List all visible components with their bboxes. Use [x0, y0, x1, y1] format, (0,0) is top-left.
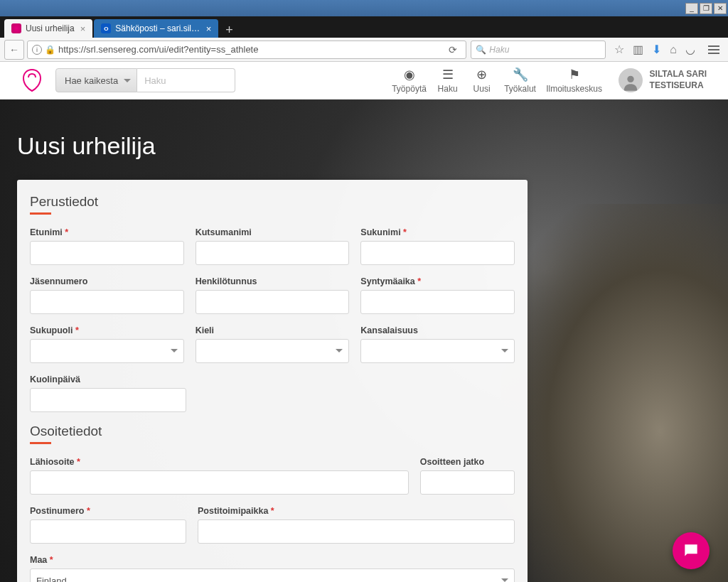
chevron-down-icon	[501, 578, 508, 582]
label-lahiosoite: Lähiosoite *	[30, 457, 409, 467]
user-block[interactable]: SILTALA SARI TESTISEURA	[619, 68, 707, 92]
label-henkilotunnus: Henkilötunnus	[196, 276, 350, 286]
chevron-down-icon	[501, 349, 508, 356]
label-kansalaisuus: Kansalaisuus	[360, 325, 515, 335]
scope-label: Hae kaikesta	[65, 75, 118, 86]
label-sukupuoli: Sukupuoli *	[30, 325, 184, 335]
tab-close-icon[interactable]: ×	[80, 23, 86, 34]
user-org: TESTISEURA	[650, 80, 707, 92]
input-postinumero[interactable]	[30, 519, 186, 544]
input-syntymaaika[interactable]	[360, 290, 515, 314]
favicon-icon: O	[101, 23, 111, 33]
app-topnav: Hae kaikesta Haku ◉ Työpöytä ☰ Haku ⊕ Uu…	[0, 62, 728, 99]
label-etunimi: Etunimi *	[30, 227, 184, 237]
input-jasennumero[interactable]	[30, 290, 184, 314]
select-maa[interactable]: Finland	[30, 568, 515, 582]
pocket-icon[interactable]: ◡	[685, 43, 695, 56]
label-kieli: Kieli	[196, 325, 350, 335]
svg-point-0	[627, 76, 633, 82]
input-sukunimi[interactable]	[360, 241, 515, 265]
plus-circle-icon: ⊕	[468, 68, 496, 82]
section-rule	[30, 442, 51, 444]
window-minimize-button[interactable]: _	[685, 3, 698, 14]
reload-icon[interactable]: ⟳	[444, 44, 461, 55]
label-maa: Maa *	[30, 555, 515, 565]
new-tab-button[interactable]: +	[220, 23, 239, 38]
select-sukupuoli[interactable]	[30, 339, 184, 363]
back-button[interactable]: ←	[4, 40, 24, 60]
label-postinumero: Postinumero *	[30, 506, 186, 516]
wrench-icon: 🔧	[502, 68, 539, 82]
chevron-down-icon	[171, 349, 178, 356]
input-etunimi[interactable]	[30, 241, 184, 265]
nav-search[interactable]: ☰ Haku	[431, 68, 465, 94]
lock-icon: 🔒	[45, 45, 55, 55]
label-kuolinpaiva: Kuolinpäivä	[30, 374, 186, 384]
tab-close-icon[interactable]: ×	[206, 23, 212, 34]
nav-label: Uusi	[468, 84, 496, 94]
label-postitoimipaikka: Postitoimipaikka *	[198, 506, 515, 516]
search-icon: 🔍	[476, 45, 486, 55]
url-box[interactable]: i 🔒 ⟳	[27, 41, 466, 59]
app-logo-icon[interactable]	[21, 68, 43, 93]
label-jasennumero: Jäsennumero	[30, 276, 184, 286]
chevron-down-icon	[336, 349, 343, 356]
nav-label: Työkalut	[502, 84, 539, 94]
tab-title: Uusi urheilija	[26, 23, 75, 33]
page-title: Uusi urheilija	[0, 99, 728, 180]
window-close-button[interactable]: ✕	[714, 3, 727, 14]
search-placeholder: Haku	[144, 75, 166, 86]
nav-notifications[interactable]: ⚑ Ilmoituskeskus	[542, 68, 607, 94]
nav-new[interactable]: ⊕ Uusi	[465, 68, 499, 94]
url-input[interactable]	[58, 44, 444, 55]
nav-label: Työpöytä	[391, 84, 428, 94]
info-icon[interactable]: i	[32, 45, 42, 55]
star-icon[interactable]: ☆	[614, 43, 624, 56]
input-kutsumanimi[interactable]	[196, 241, 350, 265]
label-syntymaaika: Syntymäaika *	[360, 276, 515, 286]
library-icon[interactable]: ▥	[633, 43, 643, 56]
input-lahiosoite[interactable]	[30, 470, 409, 495]
select-maa-value: Finland	[36, 576, 67, 583]
address-bar: ← i 🔒 ⟳ 🔍 Haku ☆ ▥ ⬇ ⌂ ◡	[0, 38, 728, 62]
nav-desktop[interactable]: ◉ Työpöytä	[388, 68, 431, 94]
browser-search-box[interactable]: 🔍 Haku	[471, 41, 606, 59]
flag-icon: ⚑	[545, 68, 604, 82]
window-titlebar: _ ❐ ✕	[0, 0, 728, 16]
window-maximize-button[interactable]: ❐	[700, 3, 712, 14]
section-rule	[30, 212, 51, 215]
input-osoitteen-jatko[interactable]	[420, 470, 515, 495]
home-icon[interactable]: ⌂	[670, 43, 677, 56]
label-osoitteen-jatko: Osoitteen jatko	[420, 457, 515, 467]
dashboard-icon: ◉	[391, 68, 428, 82]
avatar-icon	[619, 68, 643, 92]
download-icon[interactable]: ⬇	[652, 43, 661, 56]
nav-label: Haku	[434, 84, 462, 94]
form-panel: Perustiedot Etunimi * Kutsumanimi Sukuni…	[17, 180, 528, 582]
nav-tools[interactable]: 🔧 Työkalut	[499, 68, 542, 94]
label-sukunimi: Sukunimi *	[360, 227, 515, 237]
app-search-input[interactable]: Haku	[137, 68, 235, 92]
hamburger-menu-icon[interactable]	[704, 40, 724, 60]
user-name: SILTALA SARI	[650, 69, 707, 80]
nav-label: Ilmoituskeskus	[545, 84, 604, 94]
browser-tab-active[interactable]: Uusi urheilija ×	[4, 19, 92, 38]
section-heading-perustiedot: Perustiedot	[30, 194, 515, 210]
label-kutsumanimi: Kutsumanimi	[196, 227, 350, 237]
chat-bubble-button[interactable]	[673, 532, 710, 569]
input-postitoimipaikka[interactable]	[198, 519, 515, 544]
input-henkilotunnus[interactable]	[196, 290, 350, 314]
scope-dropdown[interactable]: Hae kaikesta	[55, 68, 137, 92]
browser-tab-inactive[interactable]: O Sähköposti – sari.siltala@rats... ×	[94, 19, 218, 38]
page-viewport: Hae kaikesta Haku ◉ Työpöytä ☰ Haku ⊕ Uu…	[0, 62, 728, 582]
select-kansalaisuus[interactable]	[360, 339, 515, 363]
select-kieli[interactable]	[196, 339, 350, 363]
tab-title: Sähköposti – sari.siltala@rats...	[115, 23, 200, 33]
toolbar-icons: ☆ ▥ ⬇ ⌂ ◡	[614, 40, 724, 60]
search-placeholder: Haku	[489, 45, 509, 55]
chat-icon	[682, 541, 700, 560]
favicon-icon	[11, 23, 21, 33]
input-kuolinpaiva[interactable]	[30, 388, 186, 412]
chevron-down-icon	[124, 79, 131, 86]
database-icon: ☰	[434, 68, 462, 82]
